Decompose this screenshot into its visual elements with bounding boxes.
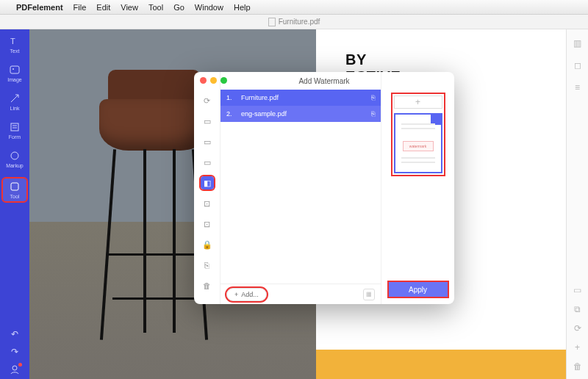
watermark-label: watermark	[403, 141, 434, 151]
menu-go[interactable]: Go	[173, 3, 184, 12]
svg-rect-5	[11, 183, 18, 190]
markup-icon	[9, 150, 21, 162]
rotate-tool-icon[interactable]: ⟳	[201, 94, 214, 107]
window-title: Furniture.pdf	[279, 18, 320, 26]
crop-tool-b-icon[interactable]: ⊡	[201, 217, 214, 231]
menu-edit[interactable]: Edit	[96, 3, 110, 12]
user-button[interactable]	[10, 364, 20, 375]
dialog-sidebar: ⟳ ▭ ▭ ▭ ◧ ⊡ ⊡ 🔒 ⎘ 🗑	[194, 72, 220, 304]
bookmark-icon[interactable]: ◻	[573, 60, 583, 71]
crop-tool-a-icon[interactable]: ⊡	[201, 197, 214, 210]
document-canvas[interactable]: BY ECTIVE. t local creatives of culture,…	[29, 29, 566, 379]
file-row-name: Furniture.pdf	[241, 94, 364, 101]
toolbar-image[interactable]: Image	[3, 64, 26, 82]
mac-menubar: PDFelement File Edit View Tool Go Window…	[0, 0, 588, 15]
svg-point-2	[12, 68, 14, 70]
undo-button[interactable]: ↶	[11, 329, 18, 339]
image-icon	[9, 64, 21, 76]
svg-text:T: T	[10, 37, 15, 46]
dialog-footer: + Add... ▦	[220, 284, 381, 304]
add-page-icon[interactable]: +	[573, 342, 583, 353]
left-toolbar: T Text Image Link Form Markup Tool ↶ ↷	[0, 29, 29, 379]
add-file-button[interactable]: + Add...	[226, 288, 267, 301]
svg-point-6	[12, 366, 17, 370]
file-row-number: 2.	[226, 110, 234, 118]
toolbar-tool-label: Tool	[10, 194, 20, 199]
toolbar-link-label: Link	[10, 106, 20, 111]
svg-rect-3	[11, 123, 18, 131]
right-toolbar: ▥ ◻ ≡ ▭ ⧉ ⟳ + 🗑	[566, 29, 588, 379]
copy-icon[interactable]: ⎘	[371, 94, 375, 101]
menu-file[interactable]: File	[74, 3, 87, 12]
thumbnails-icon[interactable]: ▥	[573, 38, 583, 48]
file-row-name: eng-sample.pdf	[241, 110, 364, 118]
page-heading-line1: BY	[345, 51, 551, 68]
menu-help[interactable]: Help	[234, 3, 251, 12]
plus-icon: +	[234, 291, 238, 298]
file-list-row[interactable]: 1. Furniture.pdf ⎘	[220, 90, 381, 106]
toolbar-markup-label: Markup	[6, 163, 23, 168]
menu-window[interactable]: Window	[195, 3, 223, 12]
toolbar-tool[interactable]: Tool	[3, 178, 26, 201]
copy-icon[interactable]: ⎘	[371, 110, 375, 118]
text-icon: T	[9, 35, 21, 47]
watermark-tool-icon[interactable]: ◧	[201, 176, 214, 190]
app-window: T Text Image Link Form Markup Tool ↶ ↷	[0, 29, 588, 379]
rotate-page-icon[interactable]: ⟳	[573, 323, 583, 333]
tool-icon	[9, 181, 21, 192]
svg-point-4	[11, 152, 18, 159]
list-icon[interactable]: ≡	[573, 82, 583, 93]
page-tool-a-icon[interactable]: ▭	[201, 115, 214, 128]
toolbar-form-label: Form	[9, 134, 21, 140]
grid-view-icon[interactable]: ▦	[363, 289, 375, 300]
file-row-number: 1.	[226, 94, 234, 101]
redo-button[interactable]: ↷	[11, 347, 18, 357]
toolbar-markup[interactable]: Markup	[3, 150, 26, 168]
svg-rect-1	[10, 66, 19, 73]
window-titlebar: Furniture.pdf	[0, 15, 588, 29]
duplicate-icon[interactable]: ⧉	[573, 304, 583, 314]
delete-tool-icon[interactable]: 🗑	[201, 279, 214, 292]
menu-view[interactable]: View	[121, 3, 138, 12]
page-tool-c-icon[interactable]: ▭	[201, 156, 214, 169]
add-watermark-dialog: Add Watermark ⟳ ▭ ▭ ▭ ◧ ⊡ ⊡ 🔒 ⎘ 🗑 1. Fur…	[194, 72, 454, 304]
menubar-app-name[interactable]: PDFelement	[16, 3, 63, 12]
watermark-preview-thumb[interactable]: watermark	[394, 113, 442, 173]
dialog-file-list: 1. Furniture.pdf ⎘ 2. eng-sample.pdf ⎘ +…	[220, 72, 381, 304]
toolbar-image-label: Image	[7, 77, 21, 82]
link-icon	[9, 93, 21, 104]
replace-tool-icon[interactable]: ⎘	[201, 259, 214, 272]
add-file-label: Add...	[241, 291, 259, 298]
lock-tool-icon[interactable]: 🔒	[201, 238, 214, 251]
page-footer-band	[316, 350, 566, 379]
notification-badge	[18, 363, 22, 367]
dialog-preview-column: + watermark Apply	[381, 72, 454, 304]
toolbar-link[interactable]: Link	[3, 93, 26, 111]
add-watermark-thumb-button[interactable]: +	[394, 95, 442, 109]
toolbar-text[interactable]: T Text	[3, 35, 26, 54]
menu-tool[interactable]: Tool	[148, 3, 163, 12]
page-tool-icon[interactable]: ▭	[573, 285, 583, 295]
page-tool-b-icon[interactable]: ▭	[201, 135, 214, 148]
apply-button[interactable]: Apply	[389, 282, 448, 297]
form-icon	[9, 121, 21, 133]
document-icon	[268, 18, 276, 26]
file-list-row[interactable]: 2. eng-sample.pdf ⎘	[220, 106, 381, 122]
delete-page-icon[interactable]: 🗑	[573, 361, 583, 372]
toolbar-text-label: Text	[10, 48, 20, 54]
toolbar-form[interactable]: Form	[3, 121, 26, 140]
